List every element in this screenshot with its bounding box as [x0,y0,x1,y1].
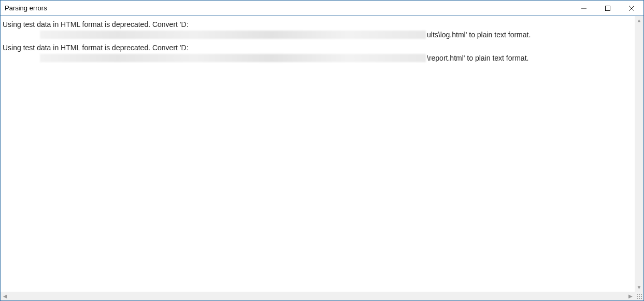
error-text-tail: \report.html' to plain text format. [427,53,528,63]
messages-area: Using test data in HTML format is deprec… [1,16,643,300]
error-message: Using test data in HTML format is deprec… [3,42,641,64]
minimize-icon [581,6,586,11]
window-title: Parsing errors [1,4,47,12]
window-frame: Parsing errors Using test data in HTML f… [0,0,644,301]
scroll-down-arrow-icon[interactable]: ▼ [635,283,643,292]
maximize-button[interactable] [596,1,620,16]
redacted-path [40,54,426,62]
svg-rect-1 [606,6,610,10]
horizontal-scrollbar[interactable]: ◀ ▶ [1,292,643,300]
error-text-line1: Using test data in HTML format is deprec… [3,42,641,53]
resize-grip[interactable] [635,292,643,300]
content-wrapper: Using test data in HTML format is deprec… [1,16,643,300]
close-icon [629,6,634,11]
window-controls [572,1,643,16]
minimize-button[interactable] [572,1,596,16]
scroll-right-arrow-icon[interactable]: ▶ [626,292,635,300]
titlebar[interactable]: Parsing errors [1,1,643,16]
close-button[interactable] [620,1,643,16]
scroll-up-arrow-icon[interactable]: ▲ [635,16,643,25]
maximize-icon [605,6,610,11]
error-text-line1: Using test data in HTML format is deprec… [3,19,641,30]
error-text-tail: ults\log.html' to plain text format. [427,30,531,40]
redacted-path [40,31,426,39]
error-message: Using test data in HTML format is deprec… [3,19,641,40]
vertical-scrollbar[interactable]: ▲ ▼ [635,16,643,292]
scroll-left-arrow-icon[interactable]: ◀ [1,292,9,300]
